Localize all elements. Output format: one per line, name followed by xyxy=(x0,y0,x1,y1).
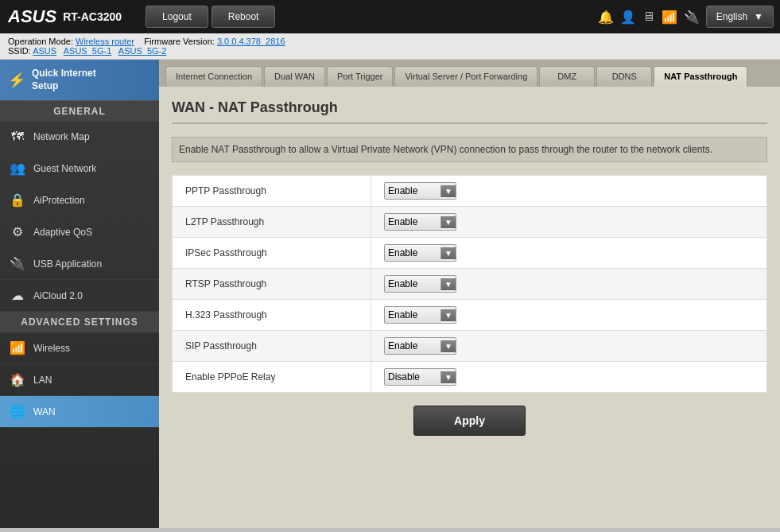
sidebar-item-label: AiProtection xyxy=(33,195,85,206)
rtsp-select-wrapper: Enable Disable ▼ xyxy=(384,275,456,293)
tab-dual-wan[interactable]: Dual WAN xyxy=(264,66,325,87)
operation-mode-value[interactable]: Wireless router xyxy=(76,37,134,46)
table-row: H.323 Passthrough Enable Disable ▼ xyxy=(173,300,767,331)
sidebar-item-label: Network Map xyxy=(33,131,90,142)
wan-icon: 🌐 xyxy=(10,404,25,419)
sidebar-item-label: Adaptive QoS xyxy=(33,227,92,238)
pptp-select-arrow: ▼ xyxy=(440,185,456,197)
sip-label: SIP Passthrough xyxy=(173,331,371,362)
asus-logo: ASUS RT-AC3200 xyxy=(0,6,130,27)
usb-icon: 🔌 xyxy=(684,10,700,25)
h323-select-wrapper: Enable Disable ▼ xyxy=(384,306,456,324)
header-buttons: Logout Reboot xyxy=(146,6,275,28)
tab-dmz[interactable]: DMZ xyxy=(539,66,595,87)
user-icon: 👤 xyxy=(620,10,636,25)
sidebar-item-lan[interactable]: 🏠 LAN xyxy=(0,364,159,396)
sidebar-item-label: WAN xyxy=(33,406,56,417)
sidebar-item-label: Wireless xyxy=(33,343,70,354)
rtsp-select[interactable]: Enable Disable xyxy=(385,276,440,292)
tab-port-trigger[interactable]: Port Trigger xyxy=(327,66,393,87)
sidebar-item-label: AiCloud 2.0 xyxy=(33,290,83,301)
chevron-down-icon: ▼ xyxy=(754,11,763,22)
ssid-1[interactable]: ASUS xyxy=(33,46,56,56)
pppoe-select-arrow: ▼ xyxy=(440,371,456,383)
general-section-header: General xyxy=(0,101,159,122)
sidebar-item-aicloud[interactable]: ☁ AiCloud 2.0 xyxy=(0,280,159,312)
tabs-bar: Internet Connection Dual WAN Port Trigge… xyxy=(159,60,780,87)
language-label: English xyxy=(716,11,747,22)
table-row: L2TP Passthrough Enable Disable ▼ xyxy=(173,207,767,238)
pptp-label: PPTP Passthrough xyxy=(173,176,371,207)
pptp-select[interactable]: Enable Disable xyxy=(385,183,440,199)
sidebar-item-label: USB Application xyxy=(33,258,102,270)
reboot-button[interactable]: Reboot xyxy=(211,6,276,28)
tab-ddns[interactable]: DDNS xyxy=(596,66,652,87)
pppoe-select[interactable]: Disable Enable xyxy=(385,369,440,385)
sip-select-wrapper: Enable Disable ▼ xyxy=(384,337,456,355)
language-selector[interactable]: English ▼ xyxy=(706,6,774,28)
sidebar-item-usb-application[interactable]: 🔌 USB Application xyxy=(0,248,159,280)
content-area: Internet Connection Dual WAN Port Trigge… xyxy=(159,60,780,528)
notification-icon: 🔔 xyxy=(598,10,614,25)
table-row: PPTP Passthrough Enable Disable ▼ xyxy=(173,176,767,207)
ssid-3[interactable]: ASUS_5G-2 xyxy=(118,46,167,56)
sidebar-item-aiprotection[interactable]: 🔒 AiProtection xyxy=(0,184,159,216)
pppoe-label: Enable PPPoE Relay xyxy=(173,362,371,393)
page-title: WAN - NAT Passthrough xyxy=(172,99,767,124)
operation-mode-label: Operation Mode: xyxy=(8,37,73,46)
asus-logo-text: ASUS xyxy=(8,6,56,27)
rtsp-select-arrow: ▼ xyxy=(440,278,456,290)
h323-select-arrow: ▼ xyxy=(440,309,456,321)
guest-network-icon: 👥 xyxy=(10,161,25,176)
aiprotection-icon: 🔒 xyxy=(10,192,25,208)
ipsec-select-wrapper: Enable Disable ▼ xyxy=(384,244,456,262)
table-row: Enable PPPoE Relay Disable Enable ▼ xyxy=(173,362,767,393)
firmware-value[interactable]: 3.0.0.4.378_2816 xyxy=(217,37,285,46)
page-content: WAN - NAT Passthrough Enable NAT Passthr… xyxy=(159,87,780,528)
l2tp-select[interactable]: Enable Disable xyxy=(385,214,440,230)
aicloud-icon: ☁ xyxy=(10,288,25,303)
sidebar-item-wireless[interactable]: 📶 Wireless xyxy=(0,332,159,364)
l2tp-label: L2TP Passthrough xyxy=(173,207,371,238)
h323-select[interactable]: Enable Disable xyxy=(385,307,440,323)
tab-nat-passthrough[interactable]: NAT Passthrough xyxy=(654,66,747,87)
tab-internet-connection[interactable]: Internet Connection xyxy=(165,66,262,87)
quick-internet-setup[interactable]: ⚡ Quick InternetSetup xyxy=(0,60,159,101)
table-row: RTSP Passthrough Enable Disable ▼ xyxy=(173,269,767,300)
ssid-2[interactable]: ASUS_5G-1 xyxy=(64,46,112,56)
network-map-icon: 🗺 xyxy=(10,130,25,144)
tab-virtual-server[interactable]: Virtual Server / Port Forwarding xyxy=(394,66,537,87)
quick-setup-label: Quick InternetSetup xyxy=(32,68,96,92)
sidebar-item-label: Guest Network xyxy=(33,163,96,174)
info-bar: Operation Mode: Wireless router Firmware… xyxy=(0,33,780,60)
table-row: IPSec Passthrough Enable Disable ▼ xyxy=(173,238,767,269)
apply-button[interactable]: Apply xyxy=(413,406,526,436)
pppoe-select-wrapper: Disable Enable ▼ xyxy=(384,368,456,386)
l2tp-select-arrow: ▼ xyxy=(440,216,456,228)
sidebar: ⚡ Quick InternetSetup General 🗺 Network … xyxy=(0,60,159,528)
sidebar-item-label: LAN xyxy=(33,375,52,386)
logout-button[interactable]: Logout xyxy=(146,6,208,28)
sidebar-item-adaptive-qos[interactable]: ⚙ Adaptive QoS xyxy=(0,216,159,248)
h323-label: H.323 Passthrough xyxy=(173,300,371,331)
lan-icon: 🏠 xyxy=(10,372,25,387)
l2tp-select-wrapper: Enable Disable ▼ xyxy=(384,213,456,231)
ipsec-label: IPSec Passthrough xyxy=(173,238,371,269)
header: ASUS RT-AC3200 Logout Reboot 🔔 👤 🖥 📶 🔌 E… xyxy=(0,0,780,33)
model-text: RT-AC3200 xyxy=(63,10,122,23)
apply-section: Apply xyxy=(172,393,767,449)
quick-setup-icon: ⚡ xyxy=(8,72,25,89)
passthrough-table: PPTP Passthrough Enable Disable ▼ L2TP P… xyxy=(172,175,767,393)
sidebar-item-wan[interactable]: 🌐 WAN xyxy=(0,396,159,428)
ssid-label: SSID: xyxy=(8,46,31,56)
main-layout: ⚡ Quick InternetSetup General 🗺 Network … xyxy=(0,60,780,528)
sip-select[interactable]: Enable Disable xyxy=(385,338,440,354)
ipsec-select-arrow: ▼ xyxy=(440,247,456,259)
wireless-icon: 📶 xyxy=(10,340,25,355)
sidebar-item-network-map[interactable]: 🗺 Network Map xyxy=(0,122,159,153)
ipsec-select[interactable]: Enable Disable xyxy=(385,245,440,261)
sidebar-item-guest-network[interactable]: 👥 Guest Network xyxy=(0,153,159,184)
firmware-label: Firmware Version: xyxy=(144,37,215,46)
monitor-icon: 🖥 xyxy=(642,10,655,24)
adaptive-qos-icon: ⚙ xyxy=(10,224,25,239)
